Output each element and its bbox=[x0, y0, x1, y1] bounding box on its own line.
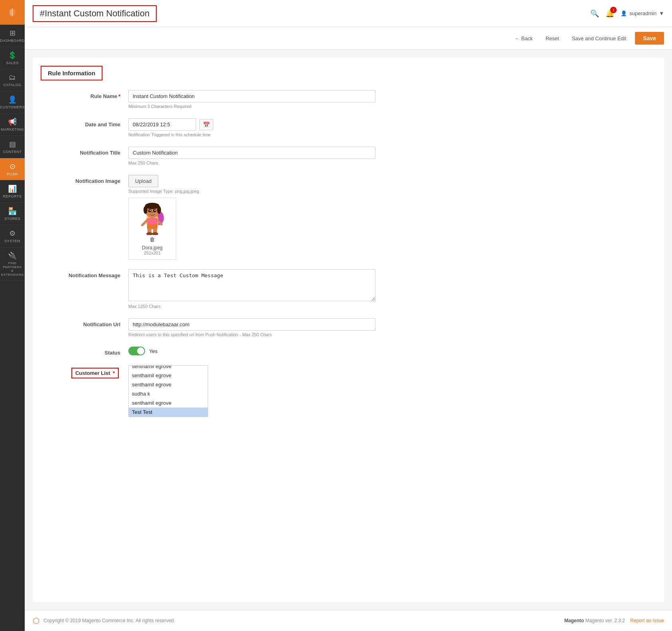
username: superadmin bbox=[629, 10, 656, 16]
action-bar: ← Back Reset Save and Continue Edit Save bbox=[25, 27, 672, 50]
date-time-label: Date and Time bbox=[41, 118, 128, 127]
catalog-icon: 🗂 bbox=[9, 73, 16, 82]
sidebar-item-content[interactable]: ▤ CONTENT bbox=[0, 136, 25, 158]
customer-list-form-label: Customer List * bbox=[41, 365, 128, 378]
sidebar-item-catalog[interactable]: 🗂 CATALOG bbox=[0, 69, 25, 91]
notif-message-hint: Max 1250 Chars bbox=[128, 304, 375, 309]
sales-icon: 💲 bbox=[8, 51, 17, 60]
sidebar-label-stores: STORES bbox=[4, 217, 20, 221]
footer-logo: ⬡ bbox=[33, 616, 39, 625]
notif-image-label: Notification Image bbox=[41, 175, 128, 184]
sidebar-label-catalog: CATALOG bbox=[3, 83, 21, 87]
upload-button[interactable]: Upload bbox=[128, 175, 158, 187]
notification-bell[interactable]: 🔔 2 bbox=[605, 9, 614, 18]
date-time-input[interactable] bbox=[128, 118, 196, 131]
report-issue-link[interactable]: Report an Issue bbox=[630, 618, 664, 623]
svg-point-19 bbox=[146, 232, 153, 235]
rule-name-row: Rule Name* Minimum 3 Characters Required bbox=[41, 90, 656, 110]
svg-rect-15 bbox=[147, 218, 157, 225]
customer-list-control: senthamil egrovesenthamil egrovesenthami… bbox=[128, 365, 375, 417]
save-button[interactable]: Save bbox=[635, 32, 664, 45]
notif-url-hint: Redirect users to this specified url fro… bbox=[128, 332, 375, 337]
marketing-icon: 📢 bbox=[8, 118, 17, 126]
page-title-box: #Instant Custom Notification bbox=[33, 5, 157, 22]
push-icon: ⊙ bbox=[10, 162, 16, 171]
svg-point-20 bbox=[152, 232, 158, 235]
sidebar-item-stores[interactable]: 🏪 STORES bbox=[0, 203, 25, 225]
status-toggle-label: Yes bbox=[149, 348, 157, 354]
image-dims: 251x201 bbox=[144, 251, 161, 255]
sidebar-label-find: FIND PARTNERS& EXTENSIONS bbox=[1, 261, 24, 276]
notif-url-input[interactable] bbox=[128, 318, 375, 331]
magento-version: Magento bbox=[564, 618, 586, 623]
sidebar-item-customers[interactable]: 👤 CUSTOMERS bbox=[0, 91, 25, 114]
notif-title-input[interactable] bbox=[128, 147, 375, 159]
sidebar-label-marketing: MARKETING bbox=[1, 127, 24, 131]
rule-name-hint: Minimum 3 Characters Required bbox=[128, 104, 375, 109]
notif-title-control: Max 250 Chars bbox=[128, 147, 375, 165]
sidebar-label-system: SYSTEM bbox=[4, 239, 20, 243]
content-icon: ▤ bbox=[9, 140, 16, 149]
sidebar-item-dashboard[interactable]: ⊞ DASHBOARD bbox=[0, 25, 25, 47]
image-filename: Dora.jpeg bbox=[142, 245, 163, 251]
svg-line-21 bbox=[142, 220, 147, 225]
customers-icon: 👤 bbox=[8, 95, 17, 104]
sidebar-item-marketing[interactable]: 📢 MARKETING bbox=[0, 114, 25, 136]
svg-point-8 bbox=[143, 206, 147, 214]
notif-message-textarea[interactable] bbox=[128, 269, 375, 301]
sidebar-item-sales[interactable]: 💲 SALES bbox=[0, 47, 25, 69]
rule-name-control: Minimum 3 Characters Required bbox=[128, 90, 375, 109]
date-time-hint: Notification Triggered in this schedule … bbox=[128, 132, 375, 137]
sidebar-item-push[interactable]: ⊙ PUSH bbox=[0, 158, 25, 180]
toggle-knob bbox=[137, 347, 144, 355]
customer-list-label-box: Customer List * bbox=[71, 368, 119, 378]
rule-name-label: Rule Name* bbox=[41, 90, 128, 99]
footer-right: Magento Magento ver. 2.3.2 Report an Iss… bbox=[564, 618, 664, 623]
section-header: Rule Information bbox=[41, 66, 102, 80]
sidebar-label-customers: CUSTOMERS bbox=[0, 105, 25, 109]
sidebar-item-find-partners[interactable]: 🔌 FIND PARTNERS& EXTENSIONS bbox=[0, 247, 25, 281]
form-area: Rule Information Rule Name* Minimum 3 Ch… bbox=[33, 58, 664, 602]
partners-icon: 🔌 bbox=[8, 251, 17, 260]
svg-point-12 bbox=[149, 210, 151, 211]
customer-list-select[interactable]: senthamil egrovesenthamil egrovesenthami… bbox=[128, 365, 208, 417]
header-right: 🔍 🔔 2 👤 superadmin ▼ bbox=[590, 9, 664, 18]
sidebar: ⊞ DASHBOARD 💲 SALES 🗂 CATALOG 👤 CUSTOMER… bbox=[0, 0, 25, 631]
notif-message-label: Notification Message bbox=[41, 269, 128, 278]
delete-image-icon[interactable]: 🗑 bbox=[149, 236, 155, 243]
svg-point-9 bbox=[157, 206, 161, 214]
notif-title-row: Notification Title Max 250 Chars bbox=[41, 147, 656, 167]
image-hint: Supported Image Type: png,jpg,jpeg bbox=[128, 189, 375, 194]
page-title: #Instant Custom Notification bbox=[40, 8, 149, 18]
search-icon[interactable]: 🔍 bbox=[590, 9, 599, 18]
top-header: #Instant Custom Notification 🔍 🔔 2 👤 sup… bbox=[25, 0, 672, 27]
footer-left: ⬡ Copyright © 2019 Magento Commerce Inc.… bbox=[33, 616, 175, 625]
sidebar-label-sales: SALES bbox=[6, 61, 19, 65]
notif-title-label: Notification Title bbox=[41, 147, 128, 156]
main-content: #Instant Custom Notification 🔍 🔔 2 👤 sup… bbox=[25, 0, 672, 631]
back-button[interactable]: ← Back bbox=[511, 33, 537, 44]
notif-message-row: Notification Message Max 1250 Chars bbox=[41, 269, 656, 310]
calendar-button[interactable]: 📅 bbox=[199, 119, 213, 130]
date-input-row: 📅 bbox=[128, 118, 375, 131]
user-icon: 👤 bbox=[621, 10, 627, 16]
sidebar-item-system[interactable]: ⚙ SYSTEM bbox=[0, 225, 25, 247]
sidebar-label-reports: REPORTS bbox=[3, 194, 22, 198]
dashboard-icon: ⊞ bbox=[10, 29, 16, 37]
stores-icon: 🏪 bbox=[8, 207, 17, 216]
notification-badge: 2 bbox=[610, 7, 617, 13]
user-menu[interactable]: 👤 superadmin ▼ bbox=[621, 10, 664, 16]
sidebar-item-reports[interactable]: 📊 REPORTS bbox=[0, 180, 25, 203]
svg-point-14 bbox=[151, 212, 153, 213]
toggle-row: Yes bbox=[128, 347, 375, 355]
status-label: Status bbox=[41, 347, 128, 356]
rule-name-input[interactable] bbox=[128, 90, 375, 102]
copyright-text: Copyright © 2019 Magento Commerce Inc. A… bbox=[43, 618, 175, 623]
reset-button[interactable]: Reset bbox=[542, 33, 563, 44]
sidebar-label-dashboard: DASHBOARD bbox=[0, 39, 25, 43]
magento-logo[interactable] bbox=[0, 0, 25, 25]
status-toggle[interactable] bbox=[128, 347, 145, 355]
dropdown-arrow-icon: ▼ bbox=[659, 10, 664, 16]
save-continue-button[interactable]: Save and Continue Edit bbox=[568, 33, 631, 44]
notif-message-control: Max 1250 Chars bbox=[128, 269, 375, 309]
